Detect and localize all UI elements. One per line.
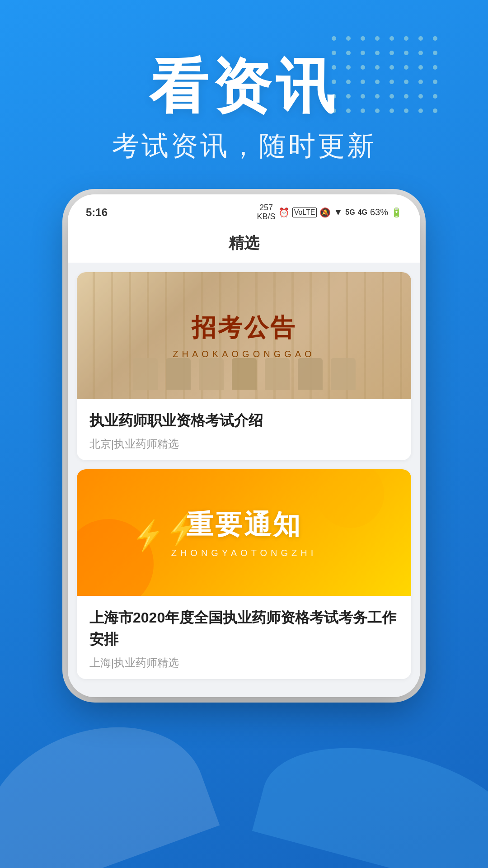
status-icons: 257KB/S ⏰ VoLTE 🔕 ▼ 5G 4G 63% 🔋 [257, 203, 402, 222]
card-2-content: 上海市2020年度全国执业药师资格考试考务工作安排 上海|执业药师精选 [77, 596, 411, 679]
signal-5g: 5G [345, 208, 355, 217]
card-1-sub-text: ZHAOKAOGONGGAO [168, 349, 319, 359]
signal-4g: 4G [358, 208, 367, 217]
card-1-content: 执业药师职业资格考试介绍 北京|执业药师精选 [77, 399, 411, 460]
news-card-1[interactable]: 招考公告 ZHAOKAOGONGGAO 执业药师职业资格考试介绍 北京|执业药师… [77, 272, 411, 460]
app-header: 精选 [68, 226, 420, 263]
alarm-icon: ⏰ [278, 207, 290, 218]
phone-mockup: 5:16 257KB/S ⏰ VoLTE 🔕 ▼ 5G 4G 63% 🔋 精选 [68, 194, 420, 697]
card-2-meta: 上海|执业药师精选 [89, 656, 399, 670]
hero-subtitle: 考试资讯，随时更新 [0, 128, 488, 165]
battery: 63% [370, 207, 388, 217]
battery-icon: 🔋 [391, 207, 402, 218]
news-card-2[interactable]: ⚡⚡ 重要通知 ZHONGYAOTONGZHI 上海市2020年度全国执业药师资… [77, 469, 411, 679]
status-bar: 5:16 257KB/S ⏰ VoLTE 🔕 ▼ 5G 4G 63% 🔋 [68, 194, 420, 226]
hero-title: 看资讯 [0, 54, 488, 119]
hero-section: 看资讯 考试资讯，随时更新 [0, 54, 488, 165]
header-title: 精选 [229, 234, 259, 251]
status-time: 5:16 [86, 206, 108, 219]
card-1-overlay: 招考公告 ZHAOKAOGONGGAO [168, 311, 319, 359]
card-2-title: 上海市2020年度全国执业药师资格考试考务工作安排 [89, 607, 399, 650]
card-2-image: ⚡⚡ 重要通知 ZHONGYAOTONGZHI [77, 469, 411, 596]
card-1-meta: 北京|执业药师精选 [89, 437, 399, 451]
volte-icon: VoLTE [292, 208, 317, 217]
card-1-title: 执业药师职业资格考试介绍 [89, 410, 399, 431]
card-1-main-text: 招考公告 [168, 311, 319, 344]
card-1-image: 招考公告 ZHAOKAOGONGGAO [77, 272, 411, 399]
silent-icon: 🔕 [319, 207, 331, 218]
app-content: 招考公告 ZHAOKAOGONGGAO 执业药师职业资格考试介绍 北京|执业药师… [68, 263, 420, 697]
wave-decoration [0, 687, 488, 868]
wifi-icon: ▼ [333, 207, 343, 217]
card-2-sub-text: ZHONGYAOTONGZHI [171, 548, 317, 558]
network-speed: 257KB/S [257, 203, 276, 222]
